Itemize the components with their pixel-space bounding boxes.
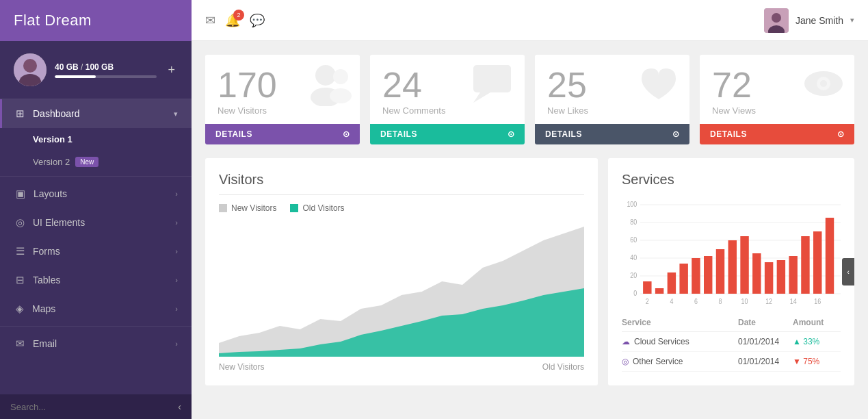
svg-rect-34 [728,240,737,294]
sidebar-search: ‹ [0,394,192,419]
svg-rect-33 [716,249,724,294]
user-avatar [764,8,789,33]
sidebar-item-maps[interactable]: ◈ Maps › [0,294,192,323]
topbar: ✉ 🔔 2 💬 Jane Smith ▾ [192,0,868,41]
avatar [14,53,47,86]
svg-text:12: 12 [765,297,772,305]
sidebar-item-label: UI Elements [33,217,175,228]
user-menu[interactable]: Jane Smith ▾ [764,8,854,33]
legend-dot-new [219,204,227,212]
svg-text:60: 60 [630,236,637,244]
views-bg-icon [800,62,847,113]
svg-rect-27 [643,281,651,294]
chevron-right-icon: › [175,305,178,313]
old-visitors-bottom-label: Old Visitors [542,362,584,372]
notification-badge: 2 [233,10,244,21]
storage-info: 40 GB / 100 GB [55,62,157,78]
sidebar-item-label: Forms [33,246,175,257]
sidebar-item-forms[interactable]: ☰ Forms › [0,237,192,266]
sidebar-item-ui-elements[interactable]: ◎ UI Elements › [0,208,192,237]
svg-rect-28 [655,288,663,294]
legend-dot-old [290,204,298,212]
tables-icon: ⊟ [16,274,25,286]
chevron-right-icon: › [175,247,178,255]
sidebar-item-email[interactable]: ✉ Email › [0,329,192,358]
version1-label: Version 1 [33,134,73,144]
storage-text: 40 GB / 100 GB [55,62,157,72]
table-row: ☁ Cloud Services 01/01/2014 ▲ 33% [622,332,841,352]
nav-divider [0,176,192,177]
storage-bar-fill [55,75,96,78]
col-service: Service [622,318,738,327]
main-content: ✉ 🔔 2 💬 Jane Smith ▾ [192,0,868,419]
services-table: Service Date Amount ☁ Cloud Services 01/… [622,318,841,372]
svg-text:8: 8 [719,297,722,305]
svg-rect-41 [813,231,821,294]
search-input[interactable] [10,402,172,412]
sidebar-item-label: Layouts [34,188,175,199]
legend-label-new: New Visitors [231,203,276,213]
likes-details-button[interactable]: DETAILS ⊙ [535,124,689,144]
chat-button[interactable]: 💬 [250,13,265,28]
services-bar-chart: 100 80 60 40 20 0 [622,198,841,307]
service-date: 01/01/2014 [738,337,793,346]
svg-rect-10 [473,65,511,92]
services-table-header: Service Date Amount [622,318,841,332]
svg-text:0: 0 [633,289,637,297]
notification-button[interactable]: 🔔 2 [225,13,240,28]
topbar-icons: ✉ 🔔 2 💬 [205,13,753,28]
stat-cards-grid: 170 New Visitors DETAILS ⊙ 24 New Commen… [205,55,854,144]
services-title: Services [622,172,841,188]
service-label: Other Service [633,357,683,366]
visitors-chart-card: Visitors New Visitors Old Visitors [205,158,598,385]
legend-old-visitors: Old Visitors [290,203,344,213]
sidebar-item-tables[interactable]: ⊟ Tables › [0,266,192,294]
svg-text:10: 10 [741,297,748,305]
sidebar-item-version1[interactable]: Version 1 [0,128,192,151]
svg-point-6 [315,65,336,86]
sidebar-header: Flat Dream [0,0,192,41]
sidebar-item-label: Email [33,338,175,349]
svg-text:2: 2 [646,297,649,305]
visitors-details-button[interactable]: DETAILS ⊙ [205,124,360,144]
svg-rect-38 [777,260,785,294]
nav-divider-2 [0,326,192,327]
sidebar-collapse-button[interactable]: ‹ [178,401,181,412]
sidebar-item-version2[interactable]: Version 2 New [0,151,192,173]
svg-point-14 [820,80,827,87]
sidebar: Flat Dream 40 GB / 100 GB + ⊞ Dashboard … [0,0,192,419]
svg-rect-42 [826,218,834,294]
comments-details-button[interactable]: DETAILS ⊙ [370,124,525,144]
svg-text:16: 16 [814,297,821,305]
maps-icon: ◈ [16,303,24,315]
new-visitors-bottom-label: New Visitors [219,362,264,372]
views-details-button[interactable]: DETAILS ⊙ [700,124,854,144]
service-label: Cloud Services [634,337,689,346]
svg-point-1 [23,59,37,73]
right-panel-collapse-button[interactable]: ‹ [842,258,854,285]
add-storage-button[interactable]: + [165,60,178,80]
stat-card-likes: 25 New Likes DETAILS ⊙ [535,55,689,144]
stat-card-views: 72 New Views DETAILS ⊙ [700,55,854,144]
sidebar-item-layouts[interactable]: ▣ Layouts › [0,179,192,208]
version2-label: Version 2 [33,157,70,167]
svg-rect-40 [801,236,809,294]
svg-text:40: 40 [630,253,637,262]
arrow-right-icon: ⊙ [837,129,845,139]
visitors-chart-title: Visitors [219,172,584,195]
user-dropdown-icon: ▾ [850,16,854,25]
svg-text:14: 14 [790,297,797,305]
svg-text:80: 80 [630,218,637,226]
mail-button[interactable]: ✉ [205,13,215,28]
svg-rect-39 [789,256,797,294]
stat-card-visitors: 170 New Visitors DETAILS ⊙ [205,55,360,144]
visitors-chart [219,220,584,357]
chart-legend: New Visitors Old Visitors [219,203,584,213]
sidebar-item-dashboard[interactable]: ⊞ Dashboard ▾ [0,99,192,128]
cloud-icon: ☁ [622,337,630,346]
chevron-right-icon: › [175,340,178,348]
svg-rect-35 [740,236,748,294]
page-content: 170 New Visitors DETAILS ⊙ 24 New Commen… [192,41,868,419]
svg-point-8 [333,69,348,84]
other-service-icon: ◎ [622,357,629,366]
